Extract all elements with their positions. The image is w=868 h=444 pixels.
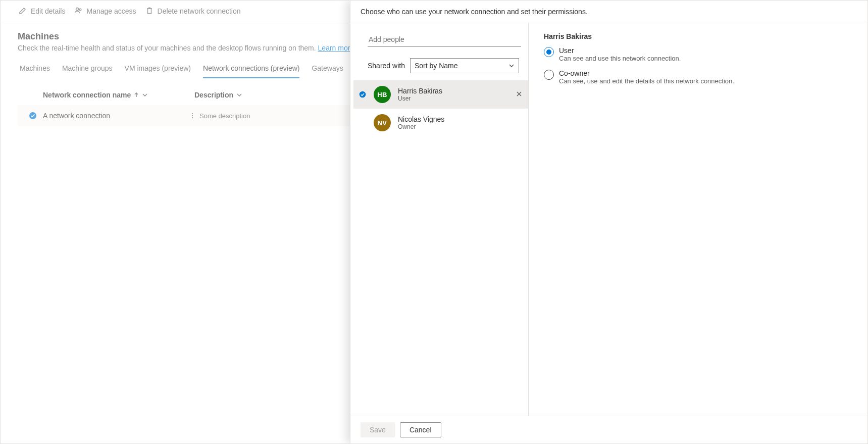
- panel-footer: Save Cancel: [350, 416, 867, 443]
- share-panel: Choose who can use your network connecti…: [350, 1, 867, 443]
- person-row-harris[interactable]: HB Harris Bakiras User: [353, 80, 528, 109]
- avatar: HB: [374, 86, 391, 103]
- permission-coowner-label: Co-owner: [559, 69, 734, 77]
- panel-header: Choose who can use your network connecti…: [350, 1, 867, 23]
- person-name: Nicolas Vignes: [398, 115, 522, 123]
- panel-left-column: Shared with Sort by Name HB Harris Bakir…: [350, 23, 529, 416]
- chevron-down-icon: [508, 63, 515, 69]
- radio-icon: [544, 70, 554, 80]
- permissions-title: Harris Bakiras: [544, 32, 857, 40]
- sort-dropdown[interactable]: Sort by Name: [410, 58, 519, 73]
- permission-user-radio[interactable]: User Can see and use this network connec…: [544, 46, 857, 62]
- sort-dropdown-value: Sort by Name: [415, 62, 458, 70]
- people-list: HB Harris Bakiras User NV Nico: [353, 80, 528, 137]
- permission-user-desc: Can see and use this network connection.: [559, 55, 681, 62]
- person-role: Owner: [398, 123, 522, 130]
- person-row-nicolas[interactable]: NV Nicolas Vignes Owner: [353, 109, 528, 137]
- panel-right-column: Harris Bakiras User Can see and use this…: [529, 23, 867, 416]
- save-button[interactable]: Save: [361, 422, 395, 437]
- svg-point-6: [360, 91, 366, 98]
- avatar: NV: [374, 114, 391, 131]
- shared-with-label: Shared with: [368, 62, 405, 70]
- permission-coowner-desc: Can see, use and edit the details of thi…: [559, 77, 734, 85]
- permission-coowner-radio[interactable]: Co-owner Can see, use and edit the detai…: [544, 69, 857, 85]
- person-name: Harris Bakiras: [398, 87, 509, 95]
- remove-person-button[interactable]: [516, 90, 522, 98]
- person-selected-icon: [359, 91, 367, 98]
- cancel-button[interactable]: Cancel: [400, 422, 441, 437]
- add-people-input[interactable]: [368, 32, 521, 47]
- radio-icon: [544, 47, 554, 57]
- permission-user-label: User: [559, 46, 681, 55]
- person-role: User: [398, 95, 509, 102]
